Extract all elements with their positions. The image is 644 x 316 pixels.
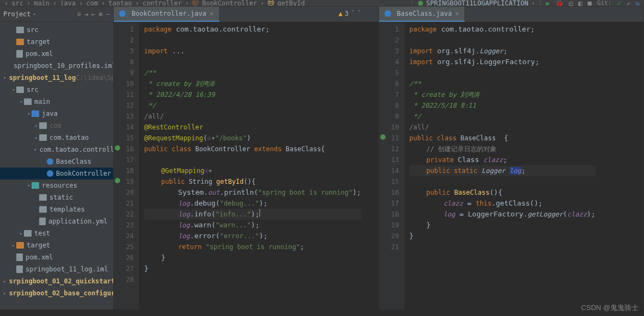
top-toolbar: ›src›main›java›com›taotao›controller›ⓒBo… <box>0 0 644 7</box>
tree-row[interactable]: springboot_10_profiles.iml <box>0 60 113 72</box>
tree-row[interactable]: static <box>0 191 113 203</box>
project-tree[interactable]: srctargetpom.xmlspringboot_10_profiles.i… <box>0 22 113 301</box>
breadcrumb[interactable]: ›src›main›java›com›taotao›controller›ⓒBo… <box>4 0 305 7</box>
run-config-selector[interactable]: ⬢SPRINGBOOT11LOGAPPLICATION▾ <box>412 0 541 7</box>
tree-row[interactable]: ▸com <box>0 120 113 132</box>
tree-row[interactable]: ▾resources <box>0 179 113 191</box>
tree-row[interactable]: springboot_11_log.iml <box>0 263 113 275</box>
file-icon <box>16 253 23 261</box>
tree-row[interactable]: ▸srpingboot_02_base_configuration C:\ <box>0 287 113 299</box>
code-area-right[interactable]: 123456789101112131415161718192021 packag… <box>379 22 644 309</box>
file-icon <box>16 50 23 58</box>
hide-icon[interactable]: — <box>106 10 110 18</box>
expand-icon[interactable]: ⇥ <box>84 10 88 18</box>
folder-icon <box>32 182 39 189</box>
sidebar-header: Project▾ ⊙ ⇥ ⇤ ✻ — <box>0 7 113 22</box>
commit-icon[interactable]: ✓ <box>617 0 621 7</box>
next-highlight-icon[interactable]: ˇ <box>357 10 361 17</box>
tree-row[interactable]: target <box>0 36 113 48</box>
class-icon <box>119 10 126 17</box>
tree-row[interactable]: src <box>0 24 113 36</box>
close-icon[interactable]: × <box>455 10 459 17</box>
tree-row[interactable]: ▾java <box>0 108 113 120</box>
tab-label: BaseClass.java <box>397 10 452 17</box>
gutter-left[interactable]: 1238910111213141516171819202122232425262… <box>114 22 139 309</box>
tree-row[interactable]: pom.xml <box>0 48 113 60</box>
folder-icon <box>39 206 47 213</box>
folder-icon <box>39 194 47 201</box>
editor-pane-left: BookController.java × ▲ 3 ˆ ˇ 1238910111… <box>114 7 379 309</box>
inspection-badge[interactable]: ▲ 3 ˆ ˇ <box>339 10 361 17</box>
folder-icon <box>39 122 47 129</box>
prev-highlight-icon[interactable]: ˆ <box>351 10 355 17</box>
folder-icon <box>24 230 32 237</box>
tree-row[interactable]: ▾src <box>0 84 113 96</box>
close-icon[interactable]: × <box>209 10 213 17</box>
settings-icon[interactable]: ✻ <box>99 10 103 18</box>
folder-icon <box>24 98 32 105</box>
folder-icon <box>39 134 47 141</box>
circle-icon <box>47 158 53 165</box>
tab-baseclass[interactable]: BaseClass.java × <box>379 7 465 22</box>
folder-icon <box>16 39 24 45</box>
tab-bookcontroller[interactable]: BookController.java × <box>114 7 220 22</box>
tree-row[interactable]: pom.xml <box>0 251 113 263</box>
tree-row[interactable]: ▾main <box>0 96 113 108</box>
editor-tabs-right: BaseClass.java × <box>379 7 644 22</box>
folder-icon <box>16 86 24 93</box>
tree-row[interactable]: templates <box>0 203 113 215</box>
git-label: Git: <box>597 0 612 7</box>
sidebar-title[interactable]: Project▾ <box>3 10 36 18</box>
file-icon <box>39 218 46 225</box>
run-icon[interactable]: ▶ <box>546 0 550 7</box>
tree-row[interactable]: ▾springboot_11_log C:\idea\SpringBoot <box>0 72 113 84</box>
warning-icon: ▲ <box>339 10 343 17</box>
file-icon <box>16 265 23 273</box>
tree-row[interactable]: ▸test <box>0 227 113 239</box>
tree-row[interactable]: application.yml <box>0 215 113 227</box>
tree-row[interactable]: BookController <box>0 168 113 179</box>
watermark: CSDN @鬼鬼骑士 <box>581 303 639 313</box>
circle-icon <box>47 170 53 177</box>
tree-row[interactable]: ▸srpingboot_01_02_quickstart C:\idea\S <box>0 275 113 287</box>
class-icon <box>385 10 391 17</box>
coverage-icon[interactable]: ◱ <box>569 0 573 7</box>
folder-icon <box>32 110 39 117</box>
warning-count: 3 <box>345 10 349 17</box>
push-icon[interactable]: ↗ <box>627 0 630 7</box>
select-opened-icon[interactable]: ⊙ <box>77 10 81 18</box>
tree-row[interactable]: ▸com.taotao <box>0 132 113 144</box>
editor-pane-right: BaseClass.java × 12345678910111213141516… <box>379 7 645 309</box>
profile-icon[interactable]: ◧ <box>578 0 582 7</box>
project-tool-window: Project▾ ⊙ ⇥ ⇤ ✻ — srctargetpom.xmlsprin… <box>0 7 114 309</box>
tree-row[interactable]: BaseClass <box>0 156 113 168</box>
collapse-icon[interactable]: ⇤ <box>91 10 95 18</box>
folder-icon <box>16 242 24 249</box>
tab-label: BookController.java <box>132 10 206 17</box>
code-area-left[interactable]: 1238910111213141516171819202122232425262… <box>114 22 379 309</box>
update-icon[interactable]: ↻ <box>636 0 640 7</box>
gutter-right[interactable]: 123456789101112131415161718192021 <box>379 22 404 309</box>
tree-row[interactable]: ▸target <box>0 239 113 251</box>
tree-row[interactable]: ▾com.taotao.controller <box>0 144 113 156</box>
debug-icon[interactable]: 🐞 <box>555 0 564 7</box>
folder-icon <box>16 27 24 33</box>
stop-icon[interactable]: ■ <box>588 0 592 7</box>
